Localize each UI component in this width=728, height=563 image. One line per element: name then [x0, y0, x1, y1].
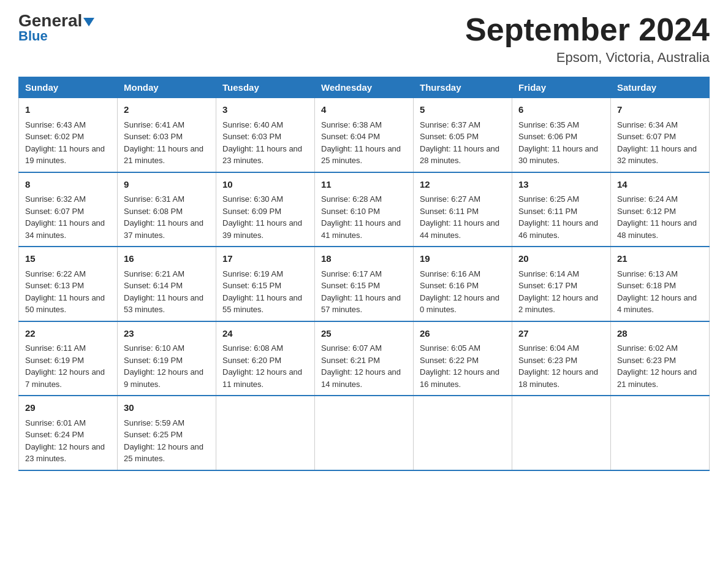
weekday-header-friday: Friday [512, 77, 611, 98]
day-sunrise: Sunrise: 6:24 AM [617, 194, 678, 204]
day-daylight: Daylight: 11 hours and 39 minutes. [222, 218, 302, 240]
day-number: 8 [25, 178, 111, 192]
day-number: 25 [321, 327, 407, 341]
day-number: 12 [420, 178, 506, 192]
day-sunrise: Sunrise: 6:41 AM [124, 120, 184, 129]
day-daylight: Daylight: 12 hours and 7 minutes. [25, 367, 105, 389]
calendar-week-row: 15Sunrise: 6:22 AMSunset: 6:13 PMDayligh… [19, 247, 710, 321]
calendar-cell: 28Sunrise: 6:02 AMSunset: 6:23 PMDayligh… [611, 321, 710, 396]
weekday-header-thursday: Thursday [414, 77, 512, 98]
calendar-header-row: SundayMondayTuesdayWednesdayThursdayFrid… [19, 77, 710, 98]
day-daylight: Daylight: 12 hours and 23 minutes. [25, 442, 105, 464]
day-number: 28 [617, 327, 703, 341]
day-sunset: Sunset: 6:07 PM [617, 132, 676, 141]
day-sunset: Sunset: 6:08 PM [124, 207, 183, 216]
day-daylight: Daylight: 11 hours and 34 minutes. [25, 218, 105, 240]
day-daylight: Daylight: 12 hours and 25 minutes. [124, 442, 203, 464]
day-number: 11 [321, 178, 407, 192]
calendar-cell: 10Sunrise: 6:30 AMSunset: 6:09 PMDayligh… [216, 172, 315, 247]
day-sunset: Sunset: 6:17 PM [518, 281, 577, 290]
day-daylight: Daylight: 11 hours and 57 minutes. [321, 293, 401, 315]
day-daylight: Daylight: 11 hours and 50 minutes. [25, 293, 105, 315]
day-sunset: Sunset: 6:03 PM [124, 132, 183, 141]
day-sunset: Sunset: 6:22 PM [420, 356, 479, 365]
day-sunset: Sunset: 6:07 PM [25, 207, 84, 216]
day-number: 15 [25, 252, 111, 266]
calendar-cell: 15Sunrise: 6:22 AMSunset: 6:13 PMDayligh… [19, 247, 118, 321]
calendar-cell: 1Sunrise: 6:43 AMSunset: 6:02 PMDaylight… [19, 98, 118, 172]
location-title: Epsom, Victoria, Australia [465, 50, 710, 66]
day-sunset: Sunset: 6:25 PM [124, 430, 183, 439]
calendar-cell [512, 396, 611, 470]
day-sunrise: Sunrise: 6:37 AM [420, 120, 480, 129]
logo: General Blue [18, 12, 94, 44]
day-sunrise: Sunrise: 6:25 AM [518, 194, 579, 204]
day-sunrise: Sunrise: 6:07 AM [321, 343, 382, 353]
day-sunset: Sunset: 6:23 PM [518, 356, 577, 365]
day-sunset: Sunset: 6:12 PM [617, 207, 676, 216]
day-number: 30 [124, 401, 210, 415]
calendar-cell: 5Sunrise: 6:37 AMSunset: 6:05 PMDaylight… [414, 98, 512, 172]
calendar-cell: 16Sunrise: 6:21 AMSunset: 6:14 PMDayligh… [118, 247, 216, 321]
weekday-header-tuesday: Tuesday [216, 77, 315, 98]
day-number: 5 [420, 103, 506, 117]
day-sunset: Sunset: 6:09 PM [222, 207, 281, 216]
day-sunrise: Sunrise: 6:27 AM [420, 194, 480, 204]
calendar-cell: 9Sunrise: 6:31 AMSunset: 6:08 PMDaylight… [118, 172, 216, 247]
day-number: 23 [124, 327, 210, 341]
day-sunrise: Sunrise: 6:01 AM [25, 418, 86, 427]
calendar-cell: 6Sunrise: 6:35 AMSunset: 6:06 PMDaylight… [512, 98, 611, 172]
day-number: 21 [617, 252, 703, 266]
day-sunrise: Sunrise: 6:38 AM [321, 120, 382, 129]
calendar-cell: 2Sunrise: 6:41 AMSunset: 6:03 PMDaylight… [118, 98, 216, 172]
day-number: 24 [222, 327, 308, 341]
calendar-cell: 3Sunrise: 6:40 AMSunset: 6:03 PMDaylight… [216, 98, 315, 172]
day-number: 17 [222, 252, 308, 266]
day-sunrise: Sunrise: 6:22 AM [25, 269, 86, 278]
day-sunset: Sunset: 6:06 PM [518, 132, 577, 141]
day-sunrise: Sunrise: 6:11 AM [25, 343, 86, 353]
day-sunrise: Sunrise: 6:32 AM [25, 194, 86, 204]
calendar-cell: 26Sunrise: 6:05 AMSunset: 6:22 PMDayligh… [414, 321, 512, 396]
day-sunset: Sunset: 6:13 PM [25, 281, 84, 290]
calendar-cell: 14Sunrise: 6:24 AMSunset: 6:12 PMDayligh… [611, 172, 710, 247]
day-daylight: Daylight: 11 hours and 44 minutes. [420, 218, 499, 240]
logo-general-text: General [18, 12, 94, 29]
day-sunrise: Sunrise: 6:43 AM [25, 120, 86, 129]
day-number: 13 [518, 178, 604, 192]
day-number: 2 [124, 103, 210, 117]
day-sunrise: Sunrise: 6:13 AM [617, 269, 678, 278]
calendar-week-row: 22Sunrise: 6:11 AMSunset: 6:19 PMDayligh… [19, 321, 710, 396]
calendar-cell: 21Sunrise: 6:13 AMSunset: 6:18 PMDayligh… [611, 247, 710, 321]
day-number: 26 [420, 327, 506, 341]
calendar-cell: 7Sunrise: 6:34 AMSunset: 6:07 PMDaylight… [611, 98, 710, 172]
weekday-header-wednesday: Wednesday [315, 77, 414, 98]
calendar-cell: 20Sunrise: 6:14 AMSunset: 6:17 PMDayligh… [512, 247, 611, 321]
calendar-body: 1Sunrise: 6:43 AMSunset: 6:02 PMDaylight… [19, 98, 710, 470]
day-number: 27 [518, 327, 604, 341]
day-sunset: Sunset: 6:05 PM [420, 132, 479, 141]
weekday-header-sunday: Sunday [19, 77, 118, 98]
day-daylight: Daylight: 11 hours and 30 minutes. [518, 144, 598, 166]
day-sunset: Sunset: 6:02 PM [25, 132, 84, 141]
day-daylight: Daylight: 11 hours and 55 minutes. [222, 293, 302, 315]
day-daylight: Daylight: 11 hours and 23 minutes. [222, 144, 302, 166]
day-number: 18 [321, 252, 407, 266]
calendar-cell: 8Sunrise: 6:32 AMSunset: 6:07 PMDaylight… [19, 172, 118, 247]
day-sunset: Sunset: 6:18 PM [617, 281, 676, 290]
calendar-cell: 11Sunrise: 6:28 AMSunset: 6:10 PMDayligh… [315, 172, 414, 247]
day-number: 10 [222, 178, 308, 192]
day-sunset: Sunset: 6:24 PM [25, 430, 84, 439]
day-sunset: Sunset: 6:14 PM [124, 281, 183, 290]
day-daylight: Daylight: 11 hours and 32 minutes. [617, 144, 697, 166]
day-daylight: Daylight: 12 hours and 21 minutes. [617, 367, 697, 389]
day-sunrise: Sunrise: 6:35 AM [518, 120, 579, 129]
calendar-cell: 25Sunrise: 6:07 AMSunset: 6:21 PMDayligh… [315, 321, 414, 396]
day-sunset: Sunset: 6:11 PM [420, 207, 479, 216]
day-number: 22 [25, 327, 111, 341]
calendar-cell [216, 396, 315, 470]
day-number: 3 [222, 103, 308, 117]
day-sunset: Sunset: 6:04 PM [321, 132, 380, 141]
day-sunset: Sunset: 6:23 PM [617, 356, 676, 365]
day-daylight: Daylight: 11 hours and 41 minutes. [321, 218, 401, 240]
